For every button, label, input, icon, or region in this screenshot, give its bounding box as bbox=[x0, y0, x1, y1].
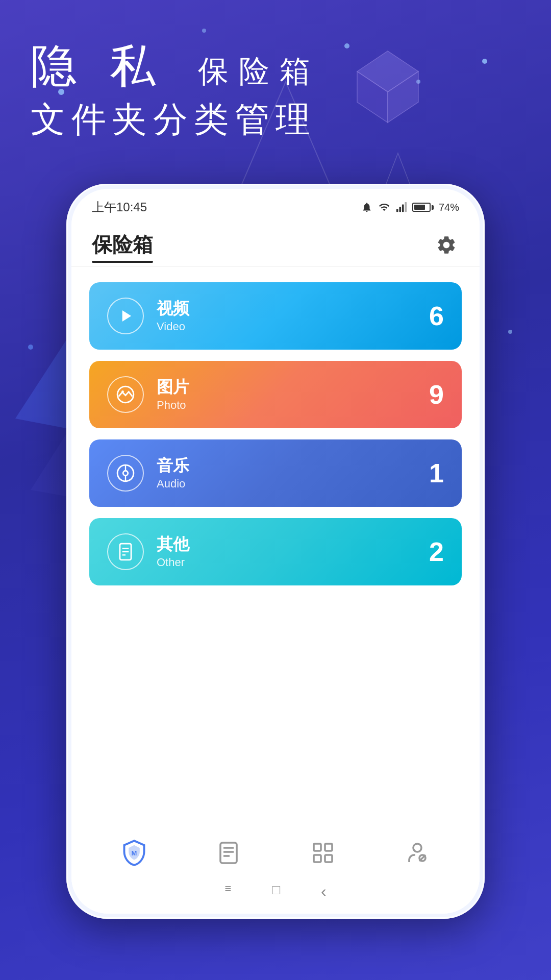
video-text: 视频 Video bbox=[157, 299, 189, 333]
svg-rect-22 bbox=[405, 202, 407, 212]
svg-rect-32 bbox=[220, 843, 237, 863]
card-left-video: 视频 Video bbox=[107, 298, 189, 334]
audio-count: 1 bbox=[429, 458, 444, 488]
svg-point-40 bbox=[413, 844, 421, 852]
photo-title-cn: 图片 bbox=[157, 377, 189, 397]
svg-rect-37 bbox=[325, 844, 332, 851]
card-left-audio: 音乐 Audio bbox=[107, 455, 189, 492]
svg-rect-20 bbox=[399, 207, 401, 212]
audio-text: 音乐 Audio bbox=[157, 456, 189, 490]
svg-point-1 bbox=[344, 43, 349, 48]
header-line1: 隐 私 保险箱 bbox=[31, 41, 320, 91]
phone-mockup: 上午10:45 bbox=[66, 184, 485, 919]
video-title-cn: 视频 bbox=[157, 299, 189, 318]
svg-rect-36 bbox=[314, 844, 321, 851]
nav-item-document[interactable] bbox=[211, 838, 246, 868]
card-left-other: 其他 Other bbox=[107, 533, 189, 570]
other-count: 2 bbox=[429, 536, 444, 567]
audio-icon-circle bbox=[107, 455, 144, 492]
status-bar: 上午10:45 bbox=[71, 189, 480, 220]
other-title-cn: 其他 bbox=[157, 534, 189, 554]
svg-rect-39 bbox=[325, 855, 332, 862]
nav-item-shield[interactable]: M bbox=[116, 838, 152, 868]
battery-percent: 74% bbox=[439, 202, 459, 213]
photo-icon-circle bbox=[107, 376, 144, 413]
app-title: 保险箱 bbox=[92, 231, 153, 259]
svg-point-24 bbox=[121, 390, 124, 393]
card-left-photo: 图片 Photo bbox=[107, 376, 189, 413]
grid-nav-icon bbox=[311, 841, 335, 865]
nav-item-grid[interactable] bbox=[305, 838, 341, 868]
svg-rect-38 bbox=[314, 855, 321, 862]
nav-item-person[interactable] bbox=[399, 838, 435, 868]
svg-marker-12 bbox=[357, 71, 388, 122]
photo-count: 9 bbox=[429, 379, 444, 410]
system-nav-bar: ≡ □ ‹ bbox=[71, 876, 480, 914]
svg-point-26 bbox=[123, 471, 128, 476]
settings-button[interactable] bbox=[434, 232, 459, 258]
app-title-container: 保险箱 bbox=[92, 231, 153, 259]
audio-title-en: Audio bbox=[157, 477, 189, 491]
alarm-icon bbox=[361, 202, 372, 213]
menu-button[interactable]: ≡ bbox=[224, 882, 231, 901]
header-line2: 文件夹分类管理 bbox=[31, 96, 320, 143]
svg-text:M: M bbox=[131, 849, 137, 857]
header-privacy-text: 隐 私 bbox=[31, 40, 166, 91]
audio-card[interactable]: 音乐 Audio 1 bbox=[89, 439, 462, 507]
status-icons: 74% bbox=[361, 202, 459, 213]
header-subtitle-text: 保险箱 bbox=[198, 54, 320, 88]
phone-screen: 上午10:45 bbox=[71, 189, 480, 914]
document-nav-icon bbox=[216, 841, 241, 865]
video-count: 6 bbox=[429, 301, 444, 331]
svg-point-5 bbox=[28, 345, 33, 350]
wifi-icon bbox=[378, 202, 391, 213]
music-icon bbox=[116, 463, 135, 483]
svg-marker-13 bbox=[388, 71, 418, 122]
other-text: 其他 Other bbox=[157, 534, 189, 569]
gear-icon bbox=[436, 234, 457, 256]
battery-indicator bbox=[412, 203, 434, 212]
bottom-nav: M bbox=[71, 827, 480, 914]
svg-point-3 bbox=[482, 59, 487, 64]
other-icon-circle bbox=[107, 533, 144, 570]
svg-marker-11 bbox=[357, 51, 418, 92]
other-title-en: Other bbox=[157, 556, 189, 569]
content-area: 视频 Video 6 图片 bbox=[71, 267, 480, 612]
photo-text: 图片 Photo bbox=[157, 377, 189, 411]
file-icon bbox=[116, 542, 135, 561]
svg-point-7 bbox=[508, 330, 512, 334]
home-button[interactable]: □ bbox=[272, 882, 280, 901]
svg-rect-21 bbox=[402, 205, 404, 212]
nav-items: M bbox=[71, 827, 480, 876]
play-icon bbox=[116, 306, 135, 326]
other-card[interactable]: 其他 Other 2 bbox=[89, 518, 462, 585]
video-icon-circle bbox=[107, 298, 144, 334]
svg-point-2 bbox=[416, 80, 420, 84]
back-button[interactable]: ‹ bbox=[321, 882, 327, 901]
photo-icon bbox=[116, 385, 135, 404]
video-title-en: Video bbox=[157, 320, 189, 333]
photo-title-en: Photo bbox=[157, 399, 189, 412]
video-card[interactable]: 视频 Video 6 bbox=[89, 282, 462, 350]
header-section: 隐 私 保险箱 文件夹分类管理 bbox=[31, 41, 320, 143]
audio-title-cn: 音乐 bbox=[157, 456, 189, 475]
svg-rect-19 bbox=[396, 209, 398, 212]
photo-card[interactable]: 图片 Photo 9 bbox=[89, 361, 462, 428]
person-nav-icon bbox=[405, 841, 430, 865]
signal-icon bbox=[396, 202, 407, 213]
app-header: 保险箱 bbox=[71, 220, 480, 267]
svg-point-4 bbox=[202, 29, 206, 33]
shield-nav-icon: M bbox=[121, 840, 147, 866]
title-underline bbox=[92, 261, 153, 263]
status-time: 上午10:45 bbox=[92, 199, 147, 215]
